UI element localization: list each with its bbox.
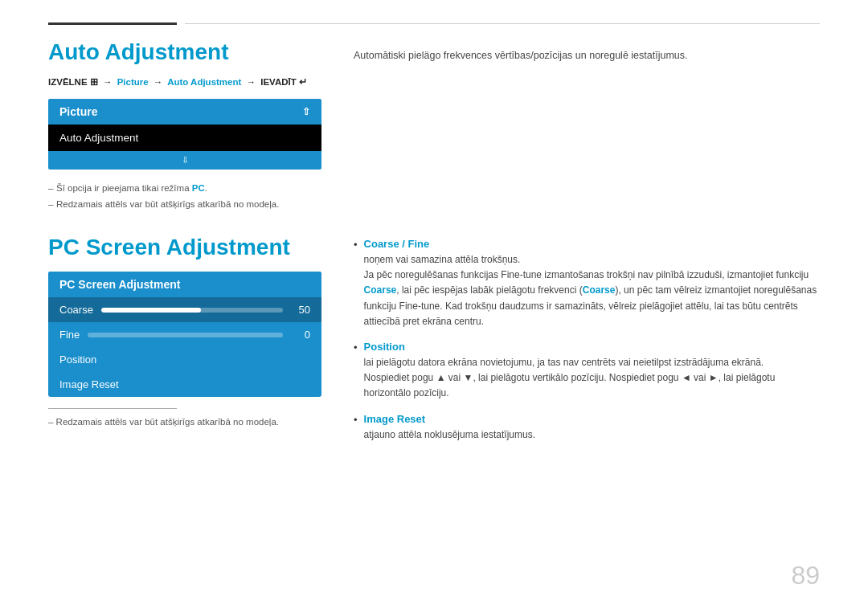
bullet-position-title: Position bbox=[364, 341, 820, 353]
pc-adjustment-left: PC Screen Adjustment PC Screen Adjustmen… bbox=[48, 235, 321, 454]
auto-adjustment-title: Auto Adjustment bbox=[48, 39, 321, 65]
fine-value: 0 bbox=[291, 329, 310, 341]
breadcrumb-arrow3: → bbox=[247, 77, 256, 87]
top-line-right bbox=[185, 23, 820, 24]
coarse-label: Coarse bbox=[59, 304, 93, 316]
pc-menu-item-fine[interactable]: Fine 0 bbox=[48, 322, 321, 347]
coarse-bold-2: Coarse bbox=[583, 284, 616, 296]
pc-adjustment-right: • Coarse / Fine noņem vai samazina attēl… bbox=[354, 235, 820, 454]
note-1-suffix: . bbox=[205, 183, 207, 193]
breadcrumb: IZVĒLNE ⊞ → Picture → Auto Adjustment → … bbox=[48, 76, 321, 88]
pc-bottom-note: Redzamais attēls var būt atšķirīgs atkar… bbox=[48, 417, 321, 427]
bullet-dot-2: • bbox=[354, 341, 358, 353]
breadcrumb-item1: Picture bbox=[117, 77, 151, 87]
bullet-position-text2: Nospiediet pogu ▲ vai ▼, lai pielāgotu v… bbox=[364, 370, 820, 401]
breadcrumb-item2: Auto Adjustment bbox=[167, 77, 244, 87]
pc-adjustment-title: PC Screen Adjustment bbox=[48, 235, 321, 260]
breadcrumb-prefix: IZVĒLNE bbox=[48, 77, 88, 87]
pc-menu-header: PC Screen Adjustment bbox=[48, 272, 321, 297]
bullet-image-reset-title: Image Reset bbox=[364, 413, 820, 425]
auto-adjustment-section: Auto Adjustment IZVĒLNE ⊞ → Picture → Au… bbox=[48, 39, 820, 212]
bullet-image-reset: • Image Reset atjauno attēla noklusējuma… bbox=[354, 413, 820, 443]
bottom-divider-line bbox=[48, 408, 177, 409]
position-label: Position bbox=[59, 353, 96, 366]
menu-down-arrow: ⇩ bbox=[48, 151, 321, 170]
coarse-progress-fill bbox=[101, 308, 201, 313]
menu-header-label: Picture bbox=[59, 105, 97, 118]
bullet-dot-1: • bbox=[354, 239, 358, 251]
bullet-image-reset-text: atjauno attēla noklusējuma iestatījumus. bbox=[364, 427, 820, 443]
bullet-position: • Position lai pielāgotu datora ekrāna n… bbox=[354, 341, 820, 402]
coarse-value: 50 bbox=[291, 304, 310, 316]
note-1-highlight: PC bbox=[192, 183, 205, 193]
breadcrumb-arrow2: → bbox=[154, 77, 163, 87]
bullet-coarse-fine: • Coarse / Fine noņem vai samazina attēl… bbox=[354, 238, 820, 329]
auto-adjustment-right: Automātiski pielägo frekvences vērtības/… bbox=[354, 39, 820, 212]
bullet-coarse-fine-title: Coarse / Fine bbox=[364, 238, 820, 250]
menu-up-arrow: ⇧ bbox=[302, 106, 310, 117]
bullet-position-content: Position lai pielāgotu datora ekrāna nov… bbox=[364, 341, 820, 402]
pc-adjustment-menu[interactable]: PC Screen Adjustment Coarse 50 Fine 0 bbox=[48, 272, 321, 397]
coarse-bold-1: Coarse bbox=[364, 284, 397, 296]
note-2: Redzamais attēls var būt atšķirīgs atkar… bbox=[48, 197, 321, 213]
bullet-coarse-fine-text2: Ja pēc noregulēšanas funkcijas Fine-tune… bbox=[364, 268, 820, 329]
pc-menu-item-image-reset[interactable]: Image Reset bbox=[48, 372, 321, 397]
menu-active-item[interactable]: Auto Adjustment bbox=[48, 125, 321, 151]
breadcrumb-item3: IEVADĪT bbox=[260, 77, 299, 87]
bullet-position-text1: lai pielāgotu datora ekrāna novietojumu,… bbox=[364, 355, 820, 370]
menu-header: Picture ⇧ bbox=[48, 99, 321, 125]
top-decorative-lines bbox=[48, 0, 820, 25]
auto-adjustment-description: Automātiski pielägo frekvences vērtības/… bbox=[354, 47, 820, 63]
breadcrumb-enter-icon: ↵ bbox=[299, 77, 307, 87]
bullet-dot-3: • bbox=[354, 414, 358, 426]
breadcrumb-arrow1: → bbox=[103, 77, 113, 87]
bullet-section: • Coarse / Fine noņem vai samazina attēl… bbox=[354, 238, 820, 443]
bullet-coarse-fine-text1: noņem vai samazina attēla trokšņus. bbox=[364, 252, 820, 268]
fine-label: Fine bbox=[59, 329, 80, 341]
fine-progress-bar bbox=[88, 333, 283, 337]
image-reset-label: Image Reset bbox=[59, 378, 119, 390]
pc-menu-item-coarse[interactable]: Coarse 50 bbox=[48, 297, 321, 322]
note-1: Šī opcija ir pieejama tikai režīma PC. bbox=[48, 181, 321, 197]
note-1-text: Šī opcija ir pieejama tikai režīma bbox=[56, 183, 192, 193]
page-number: 89 bbox=[791, 561, 820, 591]
page-container: Auto Adjustment IZVĒLNE ⊞ → Picture → Au… bbox=[0, 0, 868, 613]
pc-menu-item-position[interactable]: Position bbox=[48, 347, 321, 372]
bullet-image-reset-content: Image Reset atjauno attēla noklusējuma i… bbox=[364, 413, 820, 443]
note-2-text: Redzamais attēls var būt atšķirīgs atkar… bbox=[56, 199, 279, 209]
auto-adjustment-notes: Šī opcija ir pieejama tikai režīma PC. R… bbox=[48, 181, 321, 212]
top-line-left bbox=[48, 22, 177, 25]
breadcrumb-menu-icon: ⊞ bbox=[90, 77, 100, 87]
auto-adjustment-left: Auto Adjustment IZVĒLNE ⊞ → Picture → Au… bbox=[48, 39, 321, 212]
auto-adjustment-menu[interactable]: Picture ⇧ Auto Adjustment ⇩ bbox=[48, 99, 321, 170]
bullet-coarse-fine-content: Coarse / Fine noņem vai samazina attēla … bbox=[364, 238, 820, 329]
coarse-progress-bar bbox=[101, 308, 283, 313]
pc-screen-adjustment-section: PC Screen Adjustment PC Screen Adjustmen… bbox=[48, 235, 820, 454]
